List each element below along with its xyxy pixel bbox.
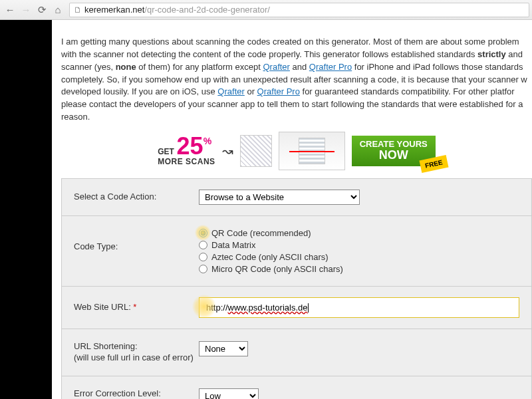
url-path: /qr-code-and-2d-code-generator/ (144, 5, 270, 15)
intro-strong: strictly (477, 49, 506, 59)
left-sidebar (0, 20, 52, 399)
intro-paragraph: I am getting many questions about scanni… (61, 36, 532, 124)
required-marker: * (133, 302, 136, 312)
radio-qr-code[interactable]: QR Code (recommended) (199, 228, 519, 238)
reload-button[interactable]: ⟳ (35, 3, 49, 17)
intro-text: and (290, 62, 309, 72)
intro-text: I am getting many questions about scanni… (61, 37, 519, 47)
home-button[interactable]: ⌂ (51, 3, 65, 17)
phone-thumb-icon (279, 132, 345, 170)
intro-text: reason. (61, 112, 90, 122)
select-error-correction[interactable]: Low (199, 388, 259, 399)
label-url-shortening-sub: (will use full url in case of error) (74, 352, 194, 362)
intro-text: developed lousily. If you are on iOS, us… (61, 86, 217, 96)
row-website-url: Web Site URL: * http://www.psd-tutorials… (62, 287, 531, 330)
generator-form: Select a Code Action: Browse to a Websit… (61, 178, 532, 399)
banner-get-text: GET (158, 147, 174, 156)
browser-toolbar: ← → ⟳ ⌂ 🗋 keremerkan.net /qr-code-and-2d… (0, 0, 532, 20)
url-host: keremerkan.net (84, 5, 144, 15)
input-website-url[interactable]: http://www.psd-tutorials.de (199, 297, 519, 319)
intro-text: scanner (yes, (61, 62, 116, 72)
intro-strong: none (116, 62, 136, 72)
intro-text: completely. So, if you somehow end up wi… (61, 74, 527, 84)
text-cursor-icon (308, 303, 309, 313)
radio-az-label: Aztec Code (only ASCII chars) (211, 252, 329, 262)
main-content: I am getting many questions about scanni… (52, 20, 532, 399)
link-qrafter[interactable]: Qrafter (217, 86, 244, 96)
radio-dm-input[interactable] (199, 241, 207, 249)
radio-group-code-type: QR Code (recommended) Data Matrix Aztec … (199, 228, 519, 274)
url-value-prefix: http:// (206, 303, 228, 313)
arrow-icon: ↝ (222, 143, 233, 159)
radio-dm-label: Data Matrix (211, 240, 255, 250)
radio-qr-label: QR Code (recommended) (211, 228, 311, 238)
banner-25-text: 25 (177, 132, 203, 160)
intro-text: of them) for any platform except (136, 62, 263, 72)
intro-text: or (245, 86, 257, 96)
row-error-correction: Error Correction Level: (only for regula… (62, 376, 531, 399)
create-text: CREATE YOURS (360, 139, 428, 149)
intro-text: for guaranteed standards compatibility. … (300, 86, 515, 96)
now-text: NOW (360, 149, 428, 162)
label-website-url: Web Site URL: * (74, 302, 199, 313)
back-button[interactable]: ← (3, 3, 17, 17)
select-code-action[interactable]: Browse to a Website (199, 190, 360, 205)
link-qrafter-pro[interactable]: Qrafter Pro (309, 62, 352, 72)
page-icon: 🗋 (74, 5, 82, 15)
url-value-domain: www.psd-tutorials.de (228, 303, 308, 313)
row-code-type: Code Type: QR Code (recommended) Data Ma… (62, 216, 531, 287)
label-code-type: Code Type: (74, 228, 199, 253)
banner-left: GET 25% MORE SCANS (158, 136, 215, 166)
intro-text: for iPhone and iPad follows those standa… (352, 62, 523, 72)
radio-aztec[interactable]: Aztec Code (only ASCII chars) (199, 252, 519, 262)
link-qrafter-pro[interactable]: Qrafter Pro (257, 86, 300, 96)
forward-button[interactable]: → (19, 3, 33, 17)
label-error-correction: Error Correction Level: (only for regula… (74, 388, 199, 399)
radio-mq-label: Micro QR Code (only ASCII chars) (211, 264, 343, 274)
intro-text: with the scanner not detecting the conte… (61, 49, 477, 59)
radio-mq-input[interactable] (199, 265, 207, 273)
radio-qr-input[interactable] (199, 229, 207, 237)
link-qrafter[interactable]: Qrafter (263, 62, 289, 72)
select-url-shortening[interactable]: None (199, 341, 248, 356)
intro-text: please contact the developers of your sc… (61, 99, 523, 109)
qr-thumb-icon (240, 135, 272, 167)
url-bar[interactable]: 🗋 keremerkan.net /qr-code-and-2d-code-ge… (69, 3, 529, 17)
banner-more-text: MORE SCANS (158, 157, 215, 166)
radio-az-input[interactable] (199, 253, 207, 261)
create-now-button[interactable]: CREATE YOURS NOW FREE (352, 136, 436, 166)
label-code-action: Select a Code Action: (74, 192, 199, 203)
promo-banner: GET 25% MORE SCANS ↝ CREATE YOURS NOW FR… (61, 132, 532, 170)
radio-micro-qr[interactable]: Micro QR Code (only ASCII chars) (199, 264, 519, 274)
label-url-shortening: URL Shortening: (will use full url in ca… (74, 341, 199, 364)
intro-text: and (506, 49, 523, 59)
row-url-shortening: URL Shortening: (will use full url in ca… (62, 329, 531, 376)
radio-data-matrix[interactable]: Data Matrix (199, 240, 519, 250)
banner-pct-text: % (203, 136, 211, 146)
row-code-action: Select a Code Action: Browse to a Websit… (62, 179, 531, 216)
